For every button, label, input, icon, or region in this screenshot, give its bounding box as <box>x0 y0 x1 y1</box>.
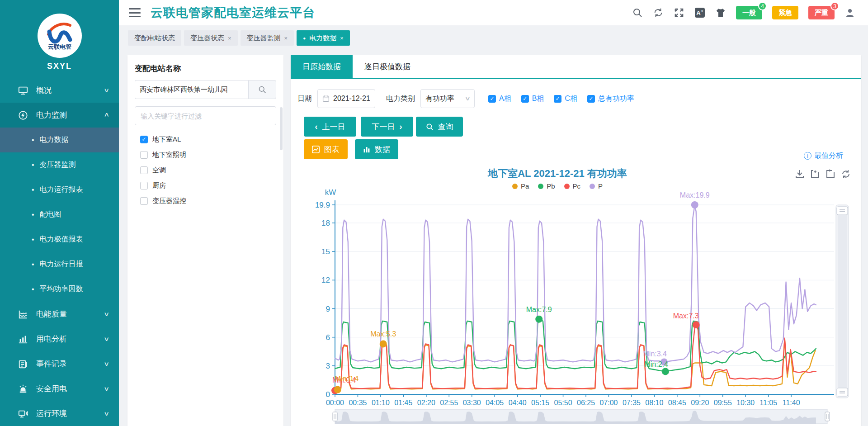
tab-daily-raw-data[interactable]: 日原始数据 <box>291 55 353 78</box>
tab-daily-extreme-data[interactable]: 逐日极值数据 <box>353 55 422 78</box>
x-tick-label: 11:40 <box>783 399 800 407</box>
phase-check-总有功功率[interactable]: ✓总有功功率 <box>587 94 634 104</box>
sidebar-subitem-电力数据[interactable]: •电力数据 <box>0 128 119 152</box>
close-icon[interactable]: × <box>340 35 344 42</box>
theme-shirt-icon[interactable] <box>715 7 726 18</box>
chevron-down-icon: ∨ <box>465 95 471 102</box>
line-chart-canvas[interactable]: 036912151819.9kW00:0000:3501:1001:4502:2… <box>291 161 861 426</box>
translate-icon[interactable]: Ax <box>694 7 705 18</box>
tree-node-地下室AL[interactable]: ✓地下室AL <box>140 132 276 147</box>
legend-label: Pa <box>521 182 529 190</box>
station-name-input[interactable] <box>135 80 248 99</box>
sidebar-subitem-配电图[interactable]: •配电图 <box>0 202 119 227</box>
phase-check-B相[interactable]: ✓B相 <box>521 94 544 104</box>
sidebar-subitem-电力极值报表[interactable]: •电力极值报表 <box>0 227 119 252</box>
markpoint-dot-Pc <box>693 321 700 328</box>
page-tab-label: 变配电站状态 <box>134 34 175 43</box>
sidebar-item-电力监测[interactable]: 电力监测∨ <box>0 103 119 128</box>
alert-urgent-button[interactable]: 紧急 <box>772 6 798 19</box>
markpoint-dot-Pb <box>662 368 669 375</box>
date-picker[interactable]: 2021-12-21 <box>317 89 375 108</box>
phase-checkbox-group: ✓A相✓B相✓C相✓总有功功率 <box>488 94 634 104</box>
query-button[interactable]: 查询 <box>416 117 463 137</box>
y-axis-unit: kW <box>325 188 336 197</box>
tree-node-变压器温控[interactable]: 变压器温控 <box>140 193 276 208</box>
sidebar-subitem-label: 电力运行日报 <box>40 260 83 269</box>
datazoom-x-left-handle[interactable] <box>333 412 337 421</box>
tree-node-厨房[interactable]: 厨房 <box>140 178 276 193</box>
page-tab-电力数据[interactable]: ●电力数据× <box>297 30 350 46</box>
calendar-icon <box>322 95 330 102</box>
zoom-box-icon[interactable] <box>810 169 821 180</box>
markpoint-label: Min:0.4 <box>335 375 359 383</box>
x-tick-label: 11:05 <box>760 399 777 407</box>
checkbox-checked[interactable]: ✓ <box>521 95 529 103</box>
page-tab-变配电站状态[interactable]: 变配电站状态 <box>128 30 181 46</box>
checkbox-unchecked[interactable] <box>140 197 148 205</box>
page-tab-变压器状态[interactable]: 变压器状态× <box>184 30 238 46</box>
checkbox-checked[interactable]: ✓ <box>587 95 595 103</box>
tree-node-空调[interactable]: 空调 <box>140 162 276 178</box>
close-icon[interactable]: × <box>228 35 231 42</box>
power-type-value: 有功功率 <box>425 94 454 104</box>
quality-icon <box>18 309 29 320</box>
datazoom-y-bottom-handle[interactable] <box>837 388 848 396</box>
checkbox-unchecked[interactable] <box>140 166 148 174</box>
user-icon[interactable] <box>844 7 855 18</box>
search-icon[interactable] <box>632 7 643 18</box>
refresh-icon[interactable] <box>653 7 664 18</box>
sidebar-item-label: 用电分析 <box>36 334 104 344</box>
sidebar-subitem-平均功率因数[interactable]: •平均功率因数 <box>0 277 119 302</box>
sidebar-item-事件记录[interactable]: 事件记录∨ <box>0 351 119 376</box>
chevron-down-icon: ∨ <box>104 385 110 392</box>
alert-normal-button[interactable]: 一般4 <box>736 6 762 19</box>
data-view-button[interactable]: 数据 <box>355 139 398 159</box>
fullscreen-icon[interactable] <box>674 7 684 18</box>
prev-day-button[interactable]: ‹ 上一日 <box>304 117 356 137</box>
close-icon[interactable]: × <box>284 35 288 42</box>
datazoom-x-right-handle[interactable] <box>825 412 830 421</box>
legend-item-P[interactable]: P <box>590 182 603 190</box>
sidebar-item-label: 概况 <box>36 85 104 95</box>
sidebar-item-用电分析[interactable]: 用电分析∨ <box>0 327 119 351</box>
x-tick-label: 07:00 <box>599 399 618 407</box>
sidebar-subitem-电力运行日报[interactable]: •电力运行日报 <box>0 252 119 277</box>
tree-node-地下室照明[interactable]: 地下室照明 <box>140 147 276 162</box>
phase-check-A相[interactable]: ✓A相 <box>488 94 511 104</box>
sidebar-item-安全用电[interactable]: 安全用电∨ <box>0 376 119 401</box>
alert-critical-button[interactable]: 严重3 <box>808 6 835 19</box>
sidebar-item-运行环境[interactable]: 运行环境∨ <box>0 401 119 426</box>
restore-icon[interactable] <box>840 169 851 180</box>
menu-collapse-icon[interactable] <box>129 8 141 17</box>
panel-scrollbar-thumb[interactable] <box>280 107 283 150</box>
markpoint-dot-Pb <box>535 316 542 323</box>
extreme-analysis-link[interactable]: i 最值分析 <box>804 151 843 161</box>
sidebar-item-概况[interactable]: 概况∨ <box>0 78 119 103</box>
checkbox-unchecked[interactable] <box>140 151 148 159</box>
sidebar-item-电能质量[interactable]: 电能质量∨ <box>0 302 119 327</box>
chart-view-button[interactable]: 图表 <box>304 139 348 159</box>
next-day-button[interactable]: 下一日 › <box>361 117 413 137</box>
page-tab-变压器监测[interactable]: 变压器监测× <box>241 30 294 46</box>
tree-filter-input[interactable] <box>135 106 276 125</box>
analysis-icon <box>18 334 29 345</box>
legend-item-Pb[interactable]: Pb <box>538 182 555 190</box>
x-tick-label: 05:50 <box>554 399 572 407</box>
power-type-select[interactable]: 有功功率 ∨ <box>420 89 475 108</box>
checkbox-checked[interactable]: ✓ <box>554 95 561 103</box>
checkbox-unchecked[interactable] <box>140 182 148 189</box>
tree-node-label: 厨房 <box>152 181 166 190</box>
station-search-button[interactable] <box>248 80 276 99</box>
download-icon[interactable] <box>794 169 805 180</box>
x-tick-label: 09:20 <box>691 399 709 407</box>
sidebar-subitem-变压器监测[interactable]: •变压器监测 <box>0 152 119 177</box>
datazoom-y-top-handle[interactable] <box>837 207 848 215</box>
phase-check-C相[interactable]: ✓C相 <box>554 94 577 104</box>
legend-item-Pa[interactable]: Pa <box>512 182 529 190</box>
checkbox-checked[interactable]: ✓ <box>140 136 148 143</box>
legend-item-Pc[interactable]: Pc <box>564 182 581 190</box>
zoom-restore-icon[interactable] <box>825 169 836 180</box>
power-type-label: 电力类别 <box>386 94 415 104</box>
sidebar-subitem-电力运行报表[interactable]: •电力运行报表 <box>0 177 119 202</box>
checkbox-checked[interactable]: ✓ <box>488 95 496 103</box>
